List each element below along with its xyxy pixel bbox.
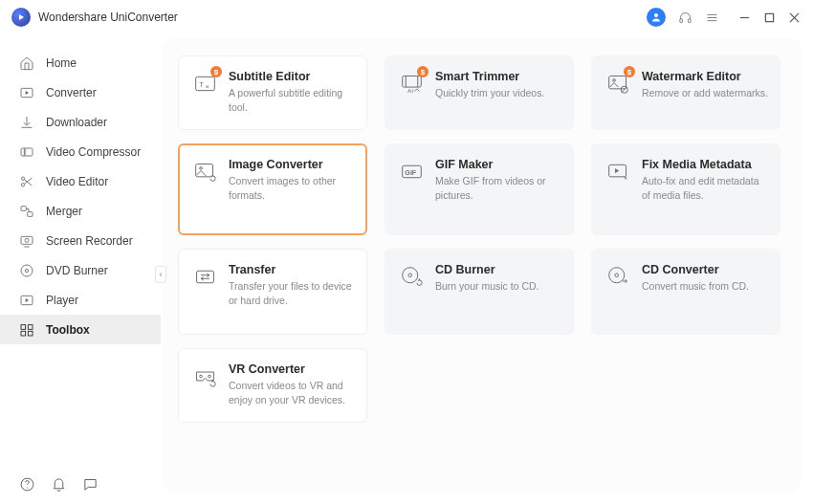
sidebar-item-toolbox[interactable]: Toolbox [0, 315, 161, 344]
svg-rect-2 [688, 18, 691, 22]
play-icon [19, 293, 34, 308]
svg-point-40 [199, 166, 202, 169]
svg-rect-33 [402, 76, 421, 87]
subtitle-icon: T $ [192, 71, 217, 96]
sidebar-item-home[interactable]: Home [0, 48, 161, 77]
svg-point-21 [21, 265, 33, 276]
sidebar: Home Converter Downloader Video Compress… [0, 34, 161, 504]
tool-image-converter[interactable]: Image Converter Convert images to other … [178, 143, 367, 235]
tool-title: Watermark Editor [642, 70, 768, 83]
svg-text:T: T [199, 80, 204, 89]
tool-title: GIF Maker [435, 158, 561, 171]
scissors-icon [19, 174, 34, 189]
svg-point-30 [27, 487, 28, 488]
sidebar-item-label: Toolbox [46, 323, 90, 337]
sidebar-item-compressor[interactable]: Video Compressor [0, 137, 161, 166]
toolbox-panel: T $ Subtitle Editor A powerful subtitle … [163, 38, 802, 493]
main-area: T $ Subtitle Editor A powerful subtitle … [161, 34, 813, 504]
tool-desc: Transfer your files to device or hard dr… [229, 279, 355, 307]
user-avatar-icon[interactable] [647, 8, 666, 27]
metadata-icon [605, 159, 630, 184]
recorder-icon [19, 233, 34, 249]
tool-cd-burner[interactable]: CD Burner Burn your music to CD. [385, 249, 574, 335]
tool-watermark-editor[interactable]: $ Watermark Editor Remove or add waterma… [591, 55, 780, 130]
close-button[interactable] [786, 10, 802, 25]
sidebar-item-label: Screen Recorder [46, 234, 133, 248]
tool-desc: Remove or add watermarks. [642, 86, 768, 100]
sidebar-item-downloader[interactable]: Downloader [0, 107, 161, 137]
sidebar-item-label: Downloader [46, 116, 107, 129]
tools-grid: T $ Subtitle Editor A powerful subtitle … [178, 55, 786, 423]
svg-text:GIF: GIF [405, 169, 417, 177]
tool-desc: Burn your music to CD. [435, 279, 561, 294]
svg-point-13 [21, 177, 24, 180]
help-icon[interactable] [19, 476, 35, 493]
tool-desc: Convert music from CD. [642, 279, 768, 294]
svg-rect-45 [196, 271, 213, 283]
svg-point-50 [199, 375, 202, 378]
tool-transfer[interactable]: Transfer Transfer your files to device o… [178, 249, 367, 335]
compressor-icon [19, 144, 34, 160]
svg-point-20 [25, 238, 29, 242]
svg-point-22 [25, 269, 28, 272]
menu-icon[interactable] [704, 10, 719, 25]
titlebar-left: Wondershare UniConverter [11, 8, 178, 27]
tool-gif-maker[interactable]: GIF GIF Maker Make GIF from videos or pi… [385, 143, 574, 235]
sidebar-item-label: Video Editor [46, 175, 108, 188]
svg-rect-26 [28, 324, 33, 329]
sidebar-item-dvd[interactable]: DVD Burner [0, 255, 161, 285]
premium-badge: $ [210, 66, 222, 77]
tool-subtitle-editor[interactable]: T $ Subtitle Editor A powerful subtitle … [178, 55, 367, 130]
sidebar-item-label: Video Compressor [46, 145, 141, 159]
tool-desc: Convert videos to VR and enjoy on your V… [229, 379, 355, 406]
minimize-button[interactable] [736, 10, 752, 25]
cd-converter-icon [605, 264, 630, 289]
sidebar-item-label: Merger [46, 205, 82, 218]
sidebar-item-editor[interactable]: Video Editor [0, 166, 161, 196]
image-converter-icon [192, 159, 217, 184]
tool-title: Fix Media Metadata [642, 158, 768, 171]
tool-fix-metadata[interactable]: Fix Media Metadata Auto-fix and edit met… [591, 143, 780, 235]
svg-marker-44 [614, 167, 618, 172]
tool-smart-trimmer[interactable]: AI $ Smart Trimmer Quickly trim your vid… [385, 55, 574, 130]
premium-badge: $ [624, 66, 635, 77]
svg-point-48 [608, 267, 624, 282]
app-title: Wondershare UniConverter [38, 11, 178, 24]
app-logo-icon [11, 8, 31, 27]
tool-title: CD Burner [435, 263, 561, 276]
headphones-icon[interactable] [677, 10, 692, 25]
svg-rect-17 [21, 206, 26, 210]
window-controls [736, 10, 802, 25]
transfer-icon [192, 264, 217, 289]
sidebar-item-player[interactable]: Player [0, 285, 161, 315]
tool-title: VR Converter [229, 362, 355, 376]
svg-rect-7 [765, 13, 773, 21]
svg-point-49 [614, 273, 618, 276]
sidebar-item-recorder[interactable]: Screen Recorder [0, 226, 161, 255]
svg-rect-1 [679, 18, 682, 22]
tool-desc: Make GIF from videos or pictures. [435, 174, 561, 202]
svg-point-46 [402, 267, 417, 282]
svg-point-0 [654, 13, 658, 17]
svg-rect-19 [21, 236, 33, 244]
chat-icon[interactable] [82, 476, 99, 493]
sidebar-item-label: Player [46, 294, 78, 307]
converter-icon [19, 85, 34, 100]
tool-vr-converter[interactable]: VR Converter Convert videos to VR and en… [178, 348, 367, 423]
sidebar-collapse-handle[interactable]: ‹ [155, 266, 166, 283]
tool-title: Image Converter [229, 158, 355, 171]
toolbox-icon [19, 322, 34, 338]
sidebar-item-label: Converter [46, 86, 97, 99]
sidebar-item-converter[interactable]: Converter [0, 77, 161, 107]
tool-cd-converter[interactable]: CD Converter Convert music from CD. [591, 249, 780, 335]
maximize-button[interactable] [761, 10, 777, 25]
bell-icon[interactable] [51, 476, 67, 493]
tool-desc: A powerful subtitle editing tool. [229, 86, 355, 114]
sidebar-item-merger[interactable]: Merger [0, 196, 161, 226]
tool-desc: Convert images to other formats. [229, 174, 355, 202]
sidebar-item-label: Home [46, 56, 77, 70]
merger-icon [19, 204, 34, 219]
svg-rect-25 [21, 324, 26, 329]
titlebar: Wondershare UniConverter [0, 0, 813, 34]
tool-title: CD Converter [642, 263, 768, 276]
